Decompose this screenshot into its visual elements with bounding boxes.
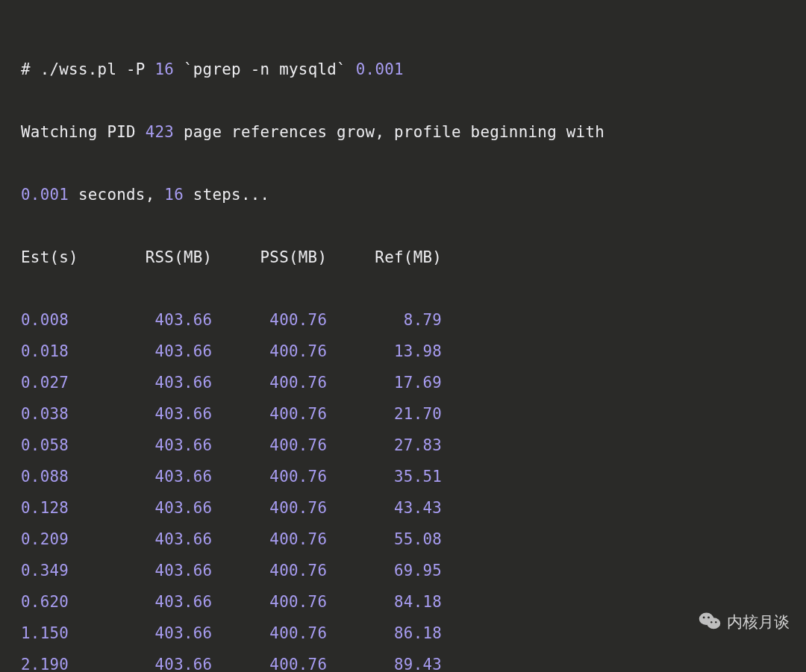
wechat-watermark: 内核月谈 <box>699 610 790 633</box>
table-row: 1.150 403.66 400.76 86.18 <box>21 618 785 649</box>
table-row: 0.018 403.66 400.76 13.98 <box>21 336 785 367</box>
svg-point-5 <box>715 621 716 623</box>
command-arg-steps: 16 <box>146 60 184 78</box>
terminal-output: # ./wss.pl -P 16 `pgrep -n mysqld` 0.001… <box>0 0 806 672</box>
table-row: 2.190 403.66 400.76 89.43 <box>21 649 785 672</box>
table-header-row: Est(s) RSS(MB) PSS(MB) Ref(MB) <box>21 242 785 273</box>
watermark-text: 内核月谈 <box>727 614 790 629</box>
table-row: 0.008 403.66 400.76 8.79 <box>21 304 785 336</box>
svg-point-3 <box>707 616 710 618</box>
svg-point-2 <box>703 616 705 618</box>
command-prompt: # ./wss.pl -P <box>21 60 146 78</box>
table-body: 0.008 403.66 400.76 8.790.018 403.66 400… <box>21 304 785 672</box>
table-row: 0.058 403.66 400.76 27.83 <box>21 430 785 461</box>
table-row: 0.209 403.66 400.76 55.08 <box>21 524 785 555</box>
table-row: 0.620 403.66 400.76 84.18 <box>21 586 785 618</box>
status-interval: 0.001 <box>21 186 69 204</box>
table-row: 0.038 403.66 400.76 21.70 <box>21 398 785 430</box>
svg-point-4 <box>710 621 712 623</box>
status-pid: 423 <box>146 123 174 141</box>
status-text-3: seconds, <box>69 186 164 204</box>
wechat-icon <box>699 610 721 633</box>
status-text-2: page references grow, profile beginning … <box>174 123 614 141</box>
status-line-2: 0.001 seconds, 16 steps... <box>21 179 785 210</box>
table-row: 0.128 403.66 400.76 43.43 <box>21 492 785 524</box>
svg-point-1 <box>707 618 720 629</box>
status-line: Watching PID 423 page references grow, p… <box>21 116 785 148</box>
status-text-4: steps... <box>184 186 269 204</box>
table-row: 0.088 403.66 400.76 35.51 <box>21 461 785 492</box>
table-row: 0.027 403.66 400.76 17.69 <box>21 367 785 398</box>
command-pgrep: `pgrep -n mysqld` <box>184 60 346 78</box>
status-text-1: Watching PID <box>21 123 146 141</box>
status-steps: 16 <box>164 186 184 204</box>
command-arg-interval: 0.001 <box>346 60 404 78</box>
command-line: # ./wss.pl -P 16 `pgrep -n mysqld` 0.001 <box>21 54 785 85</box>
table-row: 0.349 403.66 400.76 69.95 <box>21 555 785 586</box>
